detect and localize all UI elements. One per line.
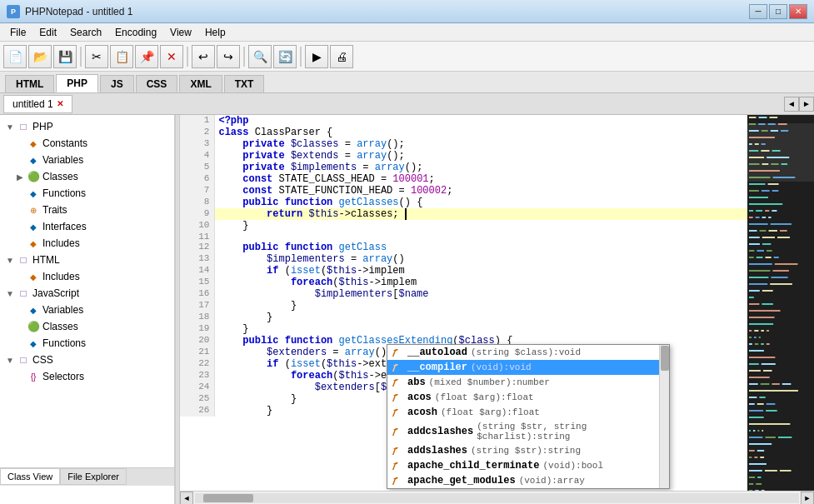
expand-php[interactable]: ▼: [3, 122, 17, 132]
line-num-26: 26: [180, 405, 215, 417]
menu-search[interactable]: Search: [63, 25, 108, 40]
hscroll-right-button[interactable]: ►: [801, 492, 814, 505]
ac-item-3[interactable]: ƒ acos (float $arg):float: [387, 390, 669, 405]
run-button[interactable]: ▶: [305, 45, 328, 68]
tree-node-html[interactable]: ▼ □ HTML: [0, 252, 174, 268]
ac-sig-0: (string $class):void: [471, 347, 581, 357]
tab-html[interactable]: HTML: [5, 75, 54, 92]
ac-item-0[interactable]: ƒ __autoload (string $class):void: [387, 345, 669, 360]
minimize-button[interactable]: ─: [749, 4, 767, 19]
replace-button[interactable]: 🔄: [273, 45, 297, 68]
delete-button[interactable]: ✕: [160, 45, 183, 68]
tree-node-javascript[interactable]: ▼ □ JavaScript: [0, 285, 174, 302]
line-num-12: 12: [180, 242, 215, 253]
tree-node-variables[interactable]: ◆ Variables: [0, 152, 174, 168]
ac-item-6[interactable]: ƒ addslashes (string $str):string: [387, 443, 669, 458]
line-num-9: 9: [180, 208, 215, 220]
expand-javascript[interactable]: ▼: [3, 289, 17, 298]
horizontal-scrollbar[interactable]: ◄ ►: [180, 491, 814, 504]
tab-js[interactable]: JS: [100, 75, 134, 92]
class-view-tab[interactable]: Class View: [0, 468, 60, 485]
expand-html[interactable]: ▼: [3, 256, 17, 265]
tree-node-classes-js[interactable]: 🟢 Classes: [0, 318, 174, 335]
tab-css[interactable]: CSS: [136, 75, 178, 92]
tree-label-javascript: JavaScript: [32, 287, 79, 299]
tree-node-functions-js[interactable]: ◆ Functions: [0, 335, 174, 352]
menu-file[interactable]: File: [3, 25, 32, 40]
file-tab-untitled1[interactable]: untitled 1 ✕: [3, 95, 72, 113]
menu-view[interactable]: View: [163, 25, 198, 40]
lang-tabs: HTML PHP JS CSS XML TXT: [0, 72, 814, 93]
code-line-14: 14 if (isset($this->implem: [180, 265, 747, 277]
line-num-11: 11: [180, 232, 215, 242]
line-code-12: public function getClass: [215, 242, 747, 253]
tree-node-css[interactable]: ▼ □ CSS: [0, 352, 174, 368]
undo-button[interactable]: ↩: [192, 45, 215, 68]
find-button[interactable]: 🔍: [248, 45, 272, 68]
code-line-8: 8 public function getClasses() {: [180, 197, 747, 208]
paste-button[interactable]: 📌: [135, 45, 158, 68]
ac-item-8[interactable]: ƒ apache_get_modules (void):array: [387, 473, 669, 488]
tree-node-includes-php[interactable]: ◆ Includes: [0, 235, 174, 252]
tree-node-classes[interactable]: ▶ 🟢 Classes: [0, 168, 174, 185]
ac-item-5[interactable]: ƒ addcslashes (string $str, string $char…: [387, 420, 669, 443]
expand-css[interactable]: ▼: [3, 356, 17, 365]
autocomplete-scrollbar[interactable]: [659, 345, 669, 488]
ac-item-4[interactable]: ƒ acosh (float $arg):float: [387, 405, 669, 420]
tab-txt[interactable]: TXT: [224, 75, 265, 92]
ac-item-1[interactable]: ƒ __compiler (void):void: [387, 360, 669, 375]
hscroll-thumb[interactable]: [203, 494, 253, 502]
tree-node-php[interactable]: ▼ □ PHP: [0, 118, 174, 135]
tab-prev-button[interactable]: ◄: [784, 97, 799, 112]
tree-node-interfaces[interactable]: ◆ Interfaces: [0, 218, 174, 235]
expand-classes[interactable]: ▶: [13, 172, 27, 182]
open-button[interactable]: 📂: [28, 45, 52, 68]
hscroll-track[interactable]: [195, 493, 799, 503]
line-code-18: }: [215, 312, 747, 323]
tree-node-variables-js[interactable]: ◆ Variables: [0, 302, 174, 318]
tab-xml[interactable]: XML: [179, 75, 222, 92]
tab-next-button[interactable]: ►: [799, 97, 814, 112]
cut-button[interactable]: ✂: [85, 45, 108, 68]
tree-node-traits[interactable]: ⊕ Traits: [0, 202, 174, 218]
ac-item-7[interactable]: ƒ apache_child_terminate (void):bool: [387, 458, 669, 473]
titlebar-controls: ─ □ ✕: [749, 4, 807, 19]
tab-php[interactable]: PHP: [56, 74, 98, 92]
line-num-23: 23: [180, 370, 215, 382]
tree-node-functions-php[interactable]: ◆ Functions: [0, 185, 174, 202]
file-tab-close[interactable]: ✕: [57, 99, 63, 108]
main-container: untitled 1 ✕ ◄ ► ▼ □ PHP ◆ Cons: [0, 93, 814, 504]
line-code-6: const STATE_CLASS_HEAD = 100001;: [215, 173, 747, 185]
menu-edit[interactable]: Edit: [32, 25, 63, 40]
tree-node-includes-html[interactable]: ◆ Includes: [0, 268, 174, 285]
ac-sig-2: (mixed $number):number: [429, 377, 550, 387]
close-button[interactable]: ✕: [789, 4, 807, 19]
line-code-17: }: [215, 300, 747, 312]
includes-html-icon: ◆: [27, 270, 40, 283]
line-code-14: if (isset($this->implem: [215, 265, 747, 277]
tree-node-constants[interactable]: ◆ Constants: [0, 135, 174, 152]
menu-help[interactable]: Help: [198, 25, 232, 40]
tree-node-selectors[interactable]: {} Selectors: [0, 368, 174, 385]
code-area[interactable]: 1 <?php 2 class ClassParser { 3 private …: [180, 115, 747, 491]
menu-encoding[interactable]: Encoding: [108, 25, 163, 40]
save-button[interactable]: 💾: [53, 45, 77, 68]
variables-js-icon: ◆: [27, 303, 40, 317]
redo-button[interactable]: ↪: [217, 45, 240, 68]
autocomplete-dropdown[interactable]: ƒ __autoload (string $class):void ƒ __co…: [387, 344, 670, 489]
ac-name-3: acos: [407, 392, 432, 403]
ac-name-0: __autoload: [407, 347, 467, 358]
file-tabs: untitled 1 ✕ ◄ ►: [0, 93, 814, 115]
ac-item-2[interactable]: ƒ abs (mixed $number):number: [387, 375, 669, 390]
maximize-button[interactable]: □: [769, 4, 787, 19]
copy-button[interactable]: 📋: [110, 45, 133, 68]
file-explorer-tab[interactable]: File Explorer: [60, 468, 127, 485]
code-line-5: 5 private $implements = array();: [180, 162, 747, 173]
new-button[interactable]: 📄: [3, 45, 27, 68]
hscroll-left-button[interactable]: ◄: [180, 492, 193, 505]
app-icon: P: [7, 5, 20, 18]
print-button[interactable]: 🖨: [330, 45, 353, 68]
tree-label-functions-js: Functions: [42, 337, 86, 349]
ac-icon-5: ƒ: [392, 427, 404, 437]
code-line-6: 6 const STATE_CLASS_HEAD = 100001;: [180, 173, 747, 185]
